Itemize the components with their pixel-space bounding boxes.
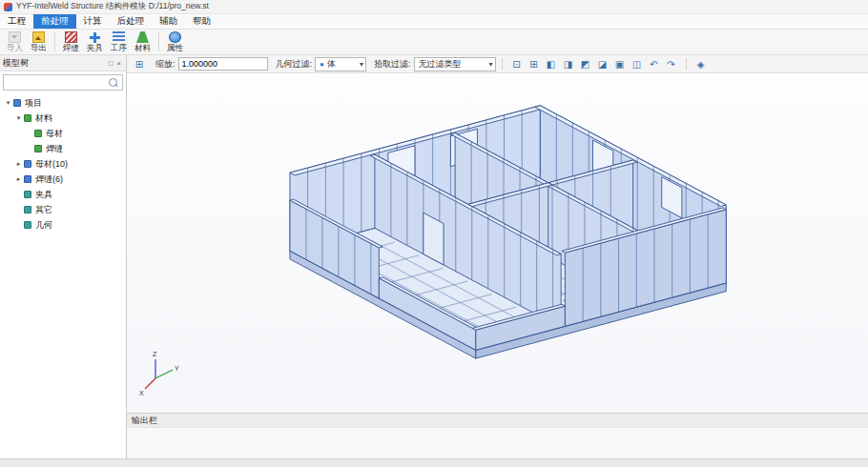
expander-icon[interactable]: ▾: [14, 114, 23, 122]
main-column: ⊞ 缩放: 几何过滤: ● 体 ▾ 拾取过滤: 无过滤类型 ▾ ⊡: [127, 55, 868, 458]
import-button[interactable]: 导入: [3, 30, 27, 53]
app-logo-icon: [4, 3, 12, 11]
titlebar: YYF-IntelWeld Structure 结构件模块 D:/11/pro_…: [0, 0, 868, 14]
search-icon[interactable]: [109, 78, 117, 87]
material-icon: [136, 31, 149, 43]
axis-x-label: X: [139, 390, 144, 396]
statusbar: [0, 458, 868, 467]
view-bottom-icon[interactable]: ◪: [595, 57, 610, 71]
model-3d-wireframe: [127, 73, 868, 413]
import-label: 导入: [7, 44, 23, 52]
workspace: 模型树 □ × ▾ 项目 ▾ 材料: [0, 55, 868, 458]
axis-z-label: Z: [153, 351, 157, 357]
chevron-down-icon: ▾: [360, 60, 363, 69]
menu-item-assist[interactable]: 辅助: [152, 14, 185, 29]
other-node-icon: [24, 206, 31, 213]
pick-filter-select[interactable]: 无过滤类型 ▾: [414, 57, 496, 71]
tree-item-other[interactable]: 其它: [0, 202, 126, 217]
process-label: 工序: [111, 44, 127, 52]
fixture-node-icon: [24, 191, 31, 198]
geometry-filter-label: 几何过滤:: [276, 58, 313, 71]
viewport-3d[interactable]: Z Y X: [127, 73, 868, 413]
toolbar-separator: [502, 58, 503, 71]
view-settings-icon[interactable]: ⊞: [132, 57, 147, 71]
import-icon: [9, 31, 21, 43]
select-box-icon[interactable]: ⊡: [509, 57, 525, 71]
close-panel-icon[interactable]: ×: [114, 59, 123, 68]
process-icon: [113, 31, 125, 43]
weld-seam-label: 焊缝: [63, 44, 79, 52]
toolbar-separator: [54, 32, 55, 51]
tree-search-box: [3, 74, 123, 91]
tree-item-project[interactable]: ▾ 项目: [0, 95, 126, 111]
geometry-filter-select[interactable]: ● 体 ▾: [315, 57, 366, 71]
model-tree: ▾ 项目 ▾ 材料 母材 焊缝: [0, 93, 126, 458]
window-title: YYF-IntelWeld Structure 结构件模块 D:/11/pro_…: [16, 1, 209, 12]
materials-icon: [24, 114, 31, 122]
fixture-label: 夹具: [87, 44, 103, 52]
base-metal-icon: [34, 130, 42, 137]
geometry-filter-value: 体: [327, 58, 336, 71]
weld-seam-button[interactable]: 焊缝: [59, 30, 83, 53]
model-tree-header: 模型树 □ ×: [0, 55, 126, 71]
output-panel-header[interactable]: 输出栏: [127, 413, 868, 427]
tree-search-input[interactable]: [4, 77, 109, 89]
weld-seam-icon: [65, 31, 77, 43]
toolbar-separator: [158, 32, 159, 51]
menu-item-preprocess[interactable]: 前处理: [33, 14, 76, 29]
property-icon: [169, 31, 181, 43]
tree-item-geometry[interactable]: 几何: [0, 217, 126, 233]
menu-item-postprocess[interactable]: 后处理: [110, 14, 153, 29]
tree-item-weldseam[interactable]: 焊缝: [0, 141, 126, 156]
menu-item-compute[interactable]: 计算: [76, 14, 110, 29]
view-back-icon[interactable]: ◫: [630, 57, 645, 71]
geometry-node-icon: [24, 221, 31, 229]
toolbar-separator: [686, 58, 687, 71]
zoom-input[interactable]: [178, 57, 268, 71]
property-label: 属性: [167, 44, 183, 52]
view-left-icon[interactable]: ◧: [544, 57, 559, 71]
tree-item-fixture[interactable]: 夹具: [0, 187, 126, 202]
menubar: 工程 前处理 计算 后处理 辅助 帮助: [0, 14, 868, 30]
tree-item-materials[interactable]: ▾ 材料: [0, 111, 126, 126]
menu-item-help[interactable]: 帮助: [185, 14, 218, 29]
expander-icon[interactable]: ▾: [4, 99, 12, 107]
export-label: 导出: [31, 44, 47, 52]
zoom-label: 缩放:: [155, 58, 176, 71]
process-button[interactable]: 工序: [107, 30, 131, 53]
main-toolbar: 导入 导出 焊缝 夹具 工序 材料 属性: [0, 30, 868, 55]
output-panel-title: 输出栏: [132, 415, 157, 427]
export-button[interactable]: 导出: [27, 30, 51, 53]
view-front-icon[interactable]: ▣: [612, 57, 628, 71]
redo-view-icon[interactable]: ↷: [664, 57, 679, 71]
tree-item-basemetal-group[interactable]: ▸ 母材(10): [0, 156, 126, 172]
chevron-down-icon: ▾: [489, 60, 493, 69]
iso-view-icon[interactable]: ◈: [693, 57, 709, 71]
axis-y-label: Y: [175, 365, 179, 372]
output-panel-content: [127, 427, 868, 458]
pick-filter-label: 拾取过滤:: [374, 58, 411, 71]
pick-filter-value: 无过滤类型: [419, 58, 462, 71]
fixture-icon: [89, 31, 101, 43]
body-type-icon: ●: [320, 60, 324, 69]
fixture-button[interactable]: 夹具: [83, 30, 107, 53]
property-button[interactable]: 属性: [163, 30, 187, 53]
material-button[interactable]: 材料: [131, 30, 155, 53]
project-icon: [13, 99, 21, 107]
base-metal-group-icon: [24, 160, 31, 168]
view-right-icon[interactable]: ◨: [561, 57, 576, 71]
weld-seam-icon: [34, 145, 42, 152]
tree-item-basemetal[interactable]: 母材: [0, 126, 126, 141]
axis-triad: Z Y X: [138, 348, 182, 397]
material-label: 材料: [134, 44, 151, 52]
float-panel-icon[interactable]: □: [106, 59, 114, 68]
view-top-icon[interactable]: ◩: [578, 57, 593, 71]
model-tree-title: 模型树: [3, 57, 29, 70]
expander-icon[interactable]: ▸: [14, 175, 23, 183]
undo-view-icon[interactable]: ↶: [647, 57, 662, 71]
menu-item-project[interactable]: 工程: [0, 14, 33, 29]
fit-view-icon[interactable]: ⊞: [527, 57, 542, 71]
view-toolbar: ⊞ 缩放: 几何过滤: ● 体 ▾ 拾取过滤: 无过滤类型 ▾ ⊡: [127, 55, 868, 73]
tree-item-weld-group[interactable]: ▸ 焊缝(6): [0, 172, 126, 187]
expander-icon[interactable]: ▸: [14, 160, 23, 168]
